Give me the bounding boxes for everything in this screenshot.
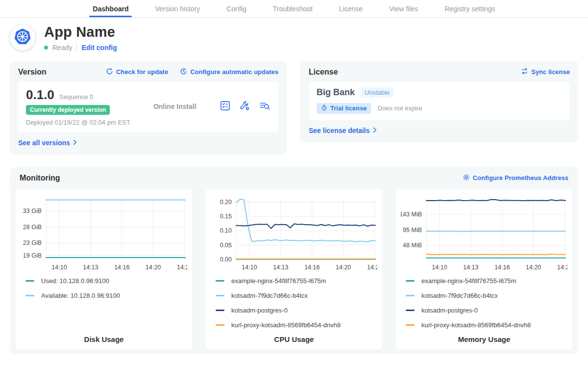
chart-title: Disk Usage [21, 335, 187, 343]
legend-swatch [216, 280, 224, 282]
monitoring-header: Monitoring Configure Prometheus Address [16, 174, 572, 183]
cpu-usage-chart: 14:1014:1314:1614:2014:230.200.150.100.0… [211, 194, 377, 273]
legend-item: Used: 10.128.0.96:9100 [25, 277, 182, 285]
ready-status-dot [44, 46, 48, 50]
check-for-update-button[interactable]: Check for update [106, 68, 168, 77]
legend-item: example-nginx-54f8f76755-l675m [406, 277, 563, 285]
cpu-usage-chart-card: 14:1014:1314:1614:2014:230.200.150.100.0… [206, 189, 382, 350]
legend-label: kurl-proxy-kotsadm-8569fb6454-dnvh8 [231, 321, 341, 329]
legend-label: example-nginx-54f8f76755-l675m [231, 277, 326, 285]
legend-item: kotsadm-7f9dc7d66c-b4tcx [216, 292, 372, 299]
stopwatch-icon [321, 105, 327, 112]
kubernetes-logo-icon [12, 26, 33, 49]
disk-usage-chart-card: 14:1014:1314:1614:2014:2333 GiB28 GiB23 … [16, 189, 192, 350]
svg-text:28 GiB: 28 GiB [23, 224, 42, 231]
customer-name: Big Bank [317, 87, 355, 98]
svg-text:14:23: 14:23 [557, 264, 567, 271]
svg-text:0.05: 0.05 [220, 242, 232, 249]
app-avatar [10, 25, 35, 51]
svg-text:14:16: 14:16 [114, 264, 129, 271]
legend-swatch [25, 280, 34, 282]
svg-text:14:16: 14:16 [494, 264, 510, 271]
memory-usage-chart-card: 14:1014:1314:1614:2014:23143 MiB95 MiB48… [396, 189, 572, 350]
svg-text:23 GiB: 23 GiB [23, 239, 42, 246]
legend-item: kotsadm-postgres-0 [216, 307, 372, 314]
legend-label: kotsadm-7f9dc7d66c-b4tcx [231, 292, 308, 299]
legend-label: Available: 10.128.0.96:9100 [41, 292, 120, 299]
legend-item: kotsadm-postgres-0 [406, 307, 563, 314]
version-number: 0.1.0 [26, 87, 54, 103]
tab-version-history[interactable]: Version history [142, 0, 213, 17]
version-actions: Check for update Configure automatic upd… [106, 68, 278, 77]
svg-text:14:10: 14:10 [51, 264, 67, 271]
preflight-checklist-icon[interactable] [220, 100, 231, 113]
tab-config[interactable]: Config [213, 0, 259, 17]
top-navigation: Dashboard Version history Config Trouble… [0, 0, 588, 18]
svg-text:14:20: 14:20 [146, 264, 161, 271]
license-panel: License Sync license Big Bank Unstable [300, 61, 578, 142]
legend-swatch [216, 310, 224, 311]
svg-text:95 MiB: 95 MiB [403, 227, 422, 234]
see-all-versions-link[interactable]: See all versions [18, 139, 77, 147]
tab-license[interactable]: License [326, 0, 376, 17]
charts-row: 14:1014:1314:1614:2014:2333 GiB28 GiB23 … [16, 189, 572, 350]
svg-text:0.00: 0.00 [220, 256, 232, 263]
app-header: App Name Ready Edit config [10, 25, 578, 52]
legend-item: example-nginx-54f8f76755-l675m [216, 277, 372, 285]
config-wrench-icon[interactable] [239, 100, 250, 113]
svg-text:143 MiB: 143 MiB [401, 211, 422, 218]
chevron-right-icon [73, 139, 77, 147]
see-license-details-link[interactable]: See license details [309, 127, 377, 134]
legend-item: kurl-proxy-kotsadm-8569fb6454-dnvh8 [216, 321, 372, 329]
svg-text:0.15: 0.15 [220, 213, 232, 220]
legend-label: kotsadm-postgres-0 [231, 307, 288, 314]
gear-icon [463, 174, 470, 183]
disk-usage-legend: Used: 10.128.0.96:9100Available: 10.128.… [21, 273, 187, 331]
version-panel: Version Check for update Configure autom… [10, 61, 287, 155]
legend-swatch [406, 310, 415, 311]
chart-title: CPU Usage [211, 335, 377, 343]
chart-title: Memory Usage [401, 335, 567, 343]
license-title: License [309, 68, 338, 77]
edit-config-link[interactable]: Edit config [81, 44, 117, 52]
svg-text:33 GiB: 33 GiB [23, 208, 42, 214]
svg-text:14:10: 14:10 [432, 264, 447, 271]
memory-usage-legend: example-nginx-54f8f76755-l675mkotsadm-7f… [401, 273, 567, 331]
legend-swatch [216, 324, 224, 326]
tab-dashboard[interactable]: Dashboard [79, 0, 142, 17]
tab-troubleshoot[interactable]: Troubleshoot [260, 0, 326, 17]
sync-license-button[interactable]: Sync license [521, 68, 570, 76]
svg-text:14:23: 14:23 [177, 264, 187, 271]
version-info: 0.1.0 Sequence 0 Currently deployed vers… [26, 87, 130, 126]
schedule-update-icon [180, 68, 187, 77]
legend-item: kotsadm-7f9dc7d66c-b4tcx [406, 292, 563, 299]
legend-swatch [406, 280, 415, 282]
svg-text:14:13: 14:13 [273, 264, 288, 271]
tab-view-files[interactable]: View files [376, 0, 431, 17]
cards-row: Version Check for update Configure autom… [10, 61, 578, 155]
disk-usage-chart: 14:1014:1314:1614:2014:2333 GiB28 GiB23 … [21, 194, 187, 273]
svg-text:19 GiB: 19 GiB [23, 252, 42, 259]
current-version-card: 0.1.0 Sequence 0 Currently deployed vers… [18, 82, 278, 132]
deployed-badge: Currently deployed version [26, 105, 110, 115]
memory-usage-chart: 14:1014:1314:1614:2014:23143 MiB95 MiB48… [401, 194, 567, 273]
configure-automatic-updates-button[interactable]: Configure automatic updates [180, 68, 278, 77]
version-action-icons [220, 100, 270, 113]
refresh-icon [106, 68, 113, 77]
svg-text:14:13: 14:13 [83, 264, 98, 271]
tab-registry-settings[interactable]: Registry settings [431, 0, 508, 17]
sync-icon [521, 68, 528, 76]
legend-label: kurl-proxy-kotsadm-8569fb6454-dnvh8 [421, 321, 531, 329]
view-logs-icon[interactable] [259, 100, 270, 113]
configure-prometheus-button[interactable]: Configure Prometheus Address [463, 174, 568, 183]
status-badge: Ready [52, 44, 72, 52]
chevron-right-icon [373, 127, 377, 134]
install-type-label: Online Install [130, 103, 220, 110]
svg-text:0.10: 0.10 [220, 227, 232, 234]
license-card: Big Bank Unstable Trial license Does not… [309, 82, 570, 120]
legend-swatch [216, 295, 224, 296]
deployed-timestamp: Deployed 01/19/22 @ 02:04 pm EST [26, 119, 130, 126]
legend-swatch [406, 324, 415, 326]
legend-swatch [406, 295, 415, 296]
svg-text:14:20: 14:20 [336, 264, 351, 271]
